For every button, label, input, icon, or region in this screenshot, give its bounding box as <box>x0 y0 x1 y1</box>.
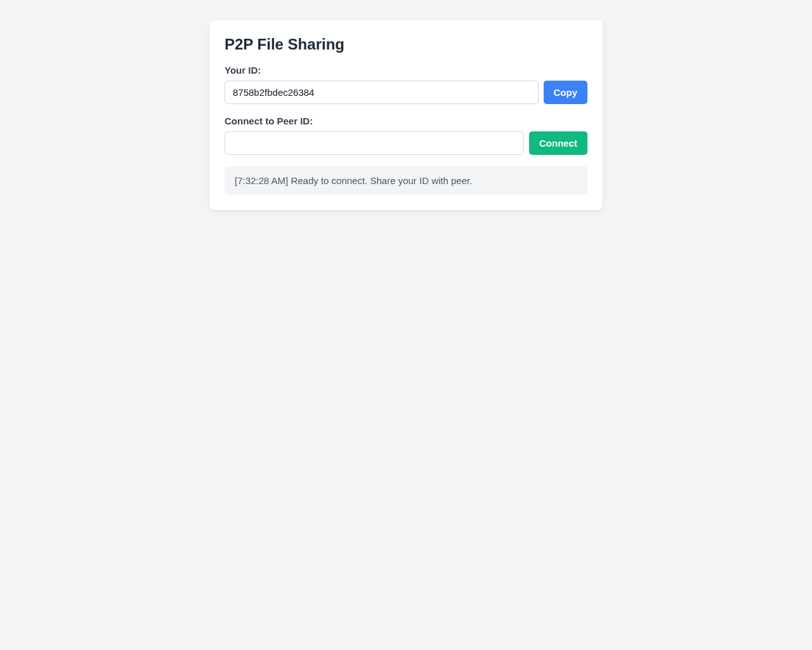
your-id-label: Your ID: <box>225 65 587 76</box>
peer-id-label: Connect to Peer ID: <box>225 116 587 126</box>
connect-button[interactable]: Connect <box>529 131 587 155</box>
status-log: [7:32:28 AM] Ready to connect. Share you… <box>225 166 587 195</box>
copy-button[interactable]: Copy <box>544 81 588 104</box>
your-id-input[interactable] <box>225 81 539 104</box>
peer-id-row: Connect <box>225 131 587 155</box>
main-card: P2P File Sharing Your ID: Copy Connect t… <box>209 20 603 210</box>
your-id-row: Copy <box>225 81 587 104</box>
page-title: P2P File Sharing <box>225 36 587 53</box>
peer-id-input[interactable] <box>225 131 524 155</box>
log-entry: [7:32:28 AM] Ready to connect. Share you… <box>235 175 577 186</box>
